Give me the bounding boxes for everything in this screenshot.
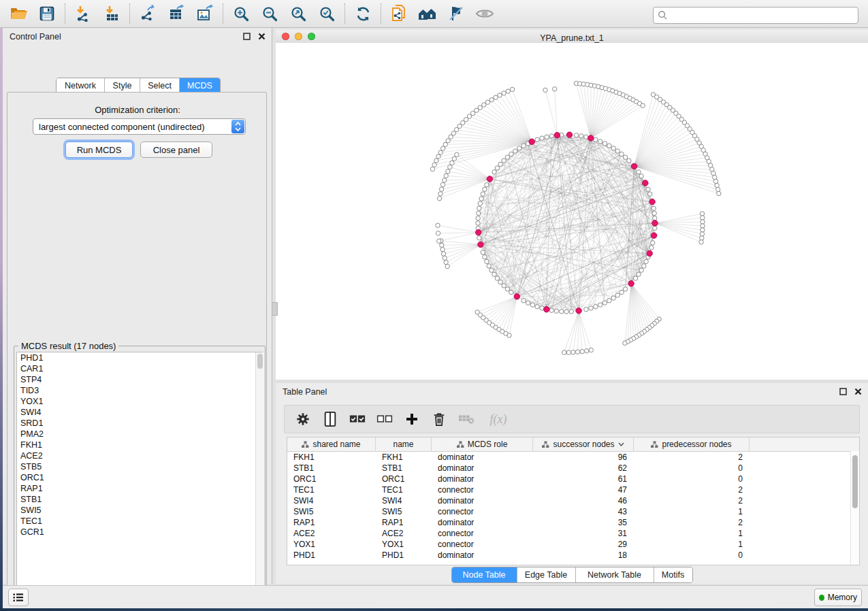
mcds-result-item[interactable]: FKH1: [17, 440, 262, 450]
table-row[interactable]: FKH1FKH1dominator962: [287, 452, 859, 463]
panel-menu-button[interactable]: [8, 589, 29, 606]
close-panel-button[interactable]: [257, 32, 266, 41]
select-all-rows-button[interactable]: [349, 409, 366, 429]
function-builder-button[interactable]: f(x): [485, 409, 512, 429]
mcds-result-item[interactable]: SWI5: [17, 505, 262, 516]
network-canvas[interactable]: [276, 43, 868, 380]
mcds-result-item[interactable]: STP4: [17, 374, 262, 385]
table-row[interactable]: SWI4SWI4dominator462: [287, 495, 859, 506]
table-row[interactable]: ACE2ACE2connector311: [287, 528, 859, 539]
column-header-predecessor-nodes[interactable]: predecessor nodes: [634, 437, 750, 451]
table-scrollbar-thumb[interactable]: [852, 455, 858, 508]
column-header-filler: [750, 437, 852, 451]
open-file-button[interactable]: [4, 1, 33, 26]
mcds-result-list[interactable]: PHD1CAR1STP4TID3YOX1SWI4SRD1PMA2FKH1ACE2…: [16, 352, 263, 595]
optimization-criterion-dropdown[interactable]: largest connected component (undirected): [33, 118, 246, 135]
table-settings-button[interactable]: [294, 409, 312, 429]
mcds-result-item[interactable]: PMA2: [17, 429, 262, 440]
table-row[interactable]: SWI5SWI5connector431: [287, 506, 859, 517]
table-scrollbar[interactable]: [850, 451, 859, 565]
vertical-splitter-grip[interactable]: [272, 302, 278, 316]
add-column-button[interactable]: [403, 409, 421, 429]
toolbar-separator: [223, 3, 223, 24]
zoom-out-button[interactable]: [255, 1, 284, 26]
column-type-icon: [542, 441, 549, 448]
tab-motifs[interactable]: Motifs: [654, 567, 692, 582]
tab-style[interactable]: Style: [104, 78, 140, 93]
column-visibility-button[interactable]: [321, 409, 339, 429]
export-network-button[interactable]: [133, 1, 162, 26]
column-header-shared-name[interactable]: shared name: [287, 437, 376, 451]
zoom-in-button[interactable]: [227, 1, 255, 26]
export-network-icon: [139, 5, 157, 22]
table-cell: STB1: [376, 463, 432, 474]
export-table-button[interactable]: [162, 1, 191, 26]
table-row[interactable]: RAP1RAP1dominator352: [287, 517, 859, 528]
column-header-successor-nodes[interactable]: successor nodes: [533, 437, 634, 451]
save-session-button[interactable]: [33, 1, 61, 26]
mcds-result-item[interactable]: PHD1: [17, 352, 262, 363]
mcds-result-item[interactable]: GCR1: [17, 527, 262, 538]
home-button[interactable]: [413, 1, 442, 26]
zoom-fit-button[interactable]: [284, 1, 312, 26]
run-mcds-button[interactable]: Run MCDS: [65, 142, 133, 158]
table-cell: 62: [533, 463, 634, 474]
float-panel-button[interactable]: [242, 32, 251, 41]
zoom-selected-button[interactable]: [312, 1, 341, 26]
column-header-MCDS-role[interactable]: MCDS role: [432, 437, 533, 451]
mcds-result-item[interactable]: SWI4: [17, 407, 262, 418]
search-input[interactable]: [668, 10, 854, 21]
table-row[interactable]: YOX1YOX1connector291: [287, 539, 859, 550]
control-panel-title: Control Panel: [10, 32, 61, 42]
close-panel-action-button[interactable]: Close panel: [140, 142, 212, 158]
table-cell: YOX1: [287, 539, 376, 550]
table-row[interactable]: ORC1ORC1dominator610: [287, 474, 859, 484]
mcds-result-item[interactable]: STB5: [17, 461, 262, 472]
tab-edge-table[interactable]: Edge Table: [517, 567, 575, 582]
delete-column-button[interactable]: [430, 409, 448, 429]
deselect-all-rows-button[interactable]: [376, 409, 393, 429]
share-document-button[interactable]: [385, 1, 413, 26]
table-cell: dominator: [432, 452, 533, 463]
table-toolbar: f(x): [284, 405, 860, 433]
tab-mcds[interactable]: MCDS: [179, 78, 220, 93]
mcds-result-item[interactable]: SRD1: [17, 418, 262, 429]
zoom-fit-icon: [290, 5, 307, 22]
mcds-result-item[interactable]: YOX1: [17, 396, 262, 407]
tab-node-table[interactable]: Node Table: [452, 567, 517, 582]
tab-select[interactable]: Select: [140, 78, 179, 93]
import-table-button[interactable]: [97, 1, 126, 26]
export-image-button[interactable]: [191, 1, 219, 26]
mcds-result-item[interactable]: ACE2: [17, 450, 262, 461]
tab-network-table[interactable]: Network Table: [575, 567, 654, 582]
mcds-result-item[interactable]: STB1: [17, 494, 262, 505]
table-row[interactable]: STB1STB1dominator620: [287, 463, 859, 474]
mcds-result-item[interactable]: ORC1: [17, 472, 262, 483]
tab-network[interactable]: Network: [57, 78, 104, 93]
table-cell: ORC1: [287, 474, 376, 484]
import-network-button[interactable]: [69, 1, 97, 26]
table-cell: 2: [634, 517, 750, 528]
search-icon: [658, 10, 668, 20]
table-cell: connector: [432, 484, 533, 495]
mcds-result-item[interactable]: RAP1: [17, 483, 262, 494]
optimization-criterion-label: Optimization criterion:: [3, 105, 272, 115]
close-table-panel-button[interactable]: [854, 387, 863, 396]
table-row[interactable]: TEC1TEC1connector472: [287, 484, 859, 495]
mcds-result-item[interactable]: TEC1: [17, 516, 262, 527]
column-header-name[interactable]: name: [376, 437, 432, 451]
memory-button[interactable]: Memory: [814, 589, 862, 606]
list-menu-icon: [13, 593, 24, 602]
refresh-layout-button[interactable]: [349, 1, 377, 26]
float-table-panel-button[interactable]: [839, 387, 848, 396]
delete-table-button[interactable]: [457, 409, 475, 429]
mcds-result-item[interactable]: CAR1: [17, 363, 262, 374]
table-cell: 18: [533, 550, 634, 561]
column-type-icon: [651, 441, 658, 448]
mcds-result-item[interactable]: TID3: [17, 385, 262, 396]
mcds-list-scrollbar[interactable]: [255, 352, 264, 595]
table-row[interactable]: PHD1PHD1dominator180: [287, 550, 859, 561]
table-cell: 2: [634, 452, 750, 463]
hide-details-button[interactable]: [442, 1, 470, 26]
show-details-button[interactable]: [470, 1, 499, 26]
